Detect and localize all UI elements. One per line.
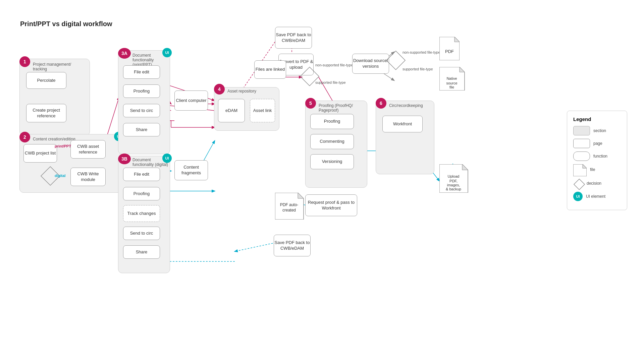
badge-2: 2: [19, 132, 30, 142]
svg-marker-50: [462, 164, 468, 170]
cwb-project-box: CWB project list: [23, 144, 57, 163]
svg-text:PDF auto-: PDF auto-: [280, 202, 299, 207]
save-pdf-top-box: Save PDF back to CWB/eDAM: [275, 27, 312, 49]
svg-marker-60: [583, 164, 587, 168]
badge-3a: 3A: [118, 48, 131, 59]
section-2-label: Content creation/editing: [33, 137, 75, 141]
download-source-box: Download source/ versions: [352, 54, 389, 74]
legend-section-shape: [573, 126, 590, 135]
supported-label-1: supported file-type: [315, 80, 346, 84]
legend-file-label: file: [590, 167, 595, 172]
cwb-asset-box: CWB asset reference: [70, 140, 106, 159]
track-changes-box: Track changes: [123, 205, 160, 222]
legend: Legend section page function file: [567, 111, 627, 210]
versioning-5-box: Versioning: [310, 154, 354, 169]
commenting-5-box: Commenting: [310, 134, 354, 149]
send-circ-b-box: Send to circ: [123, 227, 160, 240]
svg-text:images,: images,: [447, 183, 460, 187]
svg-text:& backup: & backup: [446, 187, 461, 191]
files-linked-box: Files are linked: [254, 60, 286, 79]
cwb-write-box: CWB Write module: [70, 168, 106, 186]
ui-badge-3b: UI: [162, 154, 172, 163]
legend-row-decision: decision: [573, 178, 621, 188]
file-edit-a-box: File edit: [123, 65, 160, 79]
proofing-5-box: Proofing: [310, 114, 354, 129]
legend-section-label: section: [593, 128, 606, 133]
svg-text:created: created: [282, 208, 296, 213]
legend-title: Legend: [573, 116, 621, 122]
pdf-file-shape: PDF: [439, 37, 460, 62]
label-digital: digital: [55, 174, 65, 178]
save-pdf-bottom-box: Save PDF back to CWB/eDAM: [274, 235, 311, 256]
legend-file-shape: [573, 164, 587, 175]
proofing-b-box: Proofing: [123, 187, 160, 200]
native-source-file-shape: Native source file: [439, 67, 466, 92]
section-1-label: Project management/ tracking: [33, 62, 85, 71]
share-a-box: Share: [123, 123, 160, 136]
svg-text:Upload: Upload: [448, 174, 460, 178]
diagram-container: Print/PPT vs digital workflow 1 Project …: [0, 0, 644, 362]
asset-link-box: Asset link: [250, 99, 275, 122]
legend-function-shape: [573, 152, 590, 161]
pdf-auto-created-shape: PDF auto- created: [275, 193, 305, 221]
label-print-ppt: print/PPT: [55, 144, 71, 148]
ui-badge-3a: UI: [162, 48, 172, 57]
legend-ui-label: UI element: [586, 194, 605, 199]
legend-row-section: section: [573, 126, 621, 135]
non-supported-label-2: non-supported file-type: [402, 50, 440, 54]
proofing-a-box: Proofing: [123, 84, 160, 98]
svg-text:file: file: [449, 85, 454, 89]
supported-label-2: supported file-type: [402, 67, 433, 71]
request-proof-box: Request proof & pass to Workfront: [305, 194, 357, 216]
section-6: [376, 101, 434, 174]
badge-3b: 3B: [118, 154, 131, 164]
legend-function-label: function: [593, 154, 607, 159]
badge-5: 5: [305, 98, 316, 109]
legend-row-page: page: [573, 139, 621, 148]
legend-ui-shape: UI: [573, 192, 583, 201]
section-6-label: Circ/recordkeeping: [389, 103, 423, 108]
workfront-box: Workfront: [382, 116, 423, 132]
legend-row-function: function: [573, 152, 621, 161]
svg-marker-61: [574, 179, 585, 190]
svg-text:PDF,: PDF,: [449, 179, 458, 183]
client-computer-box: Client computer: [174, 90, 208, 111]
svg-marker-56: [298, 193, 304, 198]
percolate-box: Percolate: [26, 72, 66, 89]
file-edit-b-box: File edit: [123, 168, 160, 181]
page-title: Print/PPT vs digital workflow: [20, 20, 112, 28]
legend-page-shape: [573, 139, 590, 148]
create-project-box: Create project reference: [26, 104, 66, 122]
legend-row-file: file: [573, 164, 621, 175]
badge-4: 4: [214, 84, 225, 95]
badge-6: 6: [376, 98, 386, 109]
send-circ-a-box: Send to circ: [123, 104, 160, 117]
upload-pdf-file-shape: Upload PDF, images, & backup: [439, 164, 470, 194]
content-fragments-box: Content fragments: [174, 160, 208, 180]
legend-decision-label: decision: [587, 181, 601, 186]
edam-box: eDAM: [218, 99, 245, 122]
section-4-label: Asset repository: [227, 89, 256, 94]
svg-marker-42: [454, 37, 460, 42]
legend-page-label: page: [593, 141, 602, 146]
svg-marker-45: [460, 67, 465, 72]
section-5-label: Proofing (ProofHQ/ Pageproof): [319, 103, 364, 113]
legend-row-ui: UI UI element: [573, 192, 621, 201]
svg-text:source: source: [446, 81, 457, 85]
svg-text:Native: Native: [446, 76, 457, 80]
non-supported-label-1: non-supported file-type: [315, 63, 353, 67]
share-b-box: Share: [123, 245, 160, 259]
badge-1: 1: [19, 56, 30, 67]
legend-decision-shape: [573, 178, 583, 188]
svg-text:PDF: PDF: [445, 49, 454, 54]
